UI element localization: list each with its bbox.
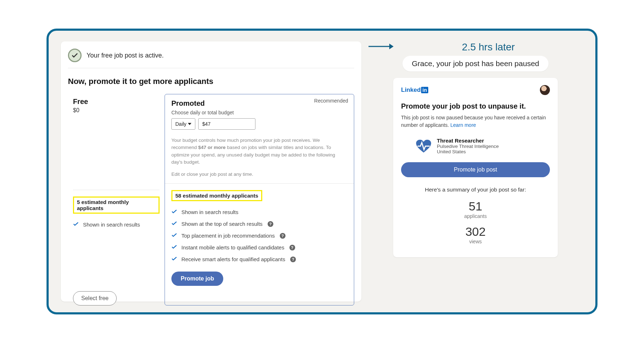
avatar bbox=[540, 85, 550, 95]
job-company: Pulsedive Threat Intelligence bbox=[437, 144, 499, 149]
card-body: This job post is now paused because you … bbox=[401, 114, 550, 129]
job-info: Threat Researcher Pulsedive Threat Intel… bbox=[437, 138, 499, 154]
job-row: Threat Researcher Pulsedive Threat Intel… bbox=[415, 138, 550, 154]
budget-mode-value: Daily bbox=[175, 121, 186, 127]
right-column: 2.5 hrs later Grace, your job post has b… bbox=[368, 41, 583, 302]
linkedin-logo: Linkedin bbox=[401, 86, 428, 94]
card-header: Linkedin bbox=[401, 85, 550, 95]
feature-item: Shown in search results bbox=[171, 206, 347, 218]
feature-text: Shown in search results bbox=[83, 222, 140, 228]
arrow-right-icon bbox=[368, 43, 394, 51]
feature-text: Instant mobile alerts to qualified candi… bbox=[181, 244, 284, 250]
check-icon bbox=[171, 244, 177, 250]
status-row: Your free job post is active. bbox=[68, 49, 354, 68]
promote-job-post-button[interactable]: Promote job post bbox=[401, 162, 550, 177]
linkedin-in-icon: in bbox=[421, 87, 428, 93]
heart-pulse-icon bbox=[415, 139, 432, 153]
promote-job-button[interactable]: Promote job bbox=[171, 272, 223, 286]
email-card: Linkedin Promote your job post to unpaus… bbox=[393, 78, 558, 257]
budget-mode-select[interactable]: Daily bbox=[171, 118, 195, 130]
feature-item: Shown at the top of search results ? bbox=[171, 218, 347, 230]
feature-item: Instant mobile alerts to qualified candi… bbox=[171, 242, 347, 253]
time-later-text: 2.5 hrs later bbox=[394, 41, 583, 53]
job-post-card: Your free job post is active. Now, promo… bbox=[61, 41, 361, 302]
free-feature-list: Shown in search results bbox=[73, 219, 160, 230]
promote-heading: Now, promote it to get more applicants bbox=[68, 77, 354, 86]
check-icon bbox=[171, 256, 177, 262]
help-icon[interactable]: ? bbox=[290, 257, 296, 262]
feature-item: Top placement in job recommendations ? bbox=[171, 230, 347, 242]
chevron-down-icon bbox=[188, 123, 191, 125]
svg-marker-0 bbox=[188, 123, 191, 125]
free-title: Free bbox=[73, 98, 160, 106]
plan-free-column: Free $0 5 estimated monthly applicants S… bbox=[68, 94, 165, 305]
recommended-label: Recommended bbox=[314, 98, 348, 104]
feature-text: Shown in search results bbox=[181, 209, 238, 215]
budget-amount-input[interactable] bbox=[198, 118, 255, 130]
summary-title: Here's a summary of your job post so far… bbox=[401, 187, 550, 193]
status-text: Your free job post is active. bbox=[87, 52, 164, 59]
feature-text: Shown at the top of search results bbox=[181, 221, 263, 227]
free-price: $0 bbox=[73, 107, 160, 114]
learn-more-link[interactable]: Learn more bbox=[450, 122, 476, 128]
feature-item: Shown in search results bbox=[73, 219, 160, 230]
applicants-label: applicants bbox=[401, 213, 550, 219]
job-title: Threat Researcher bbox=[437, 138, 499, 144]
applicants-count: 51 bbox=[401, 199, 550, 213]
paused-message: Grace, your job post has been paused bbox=[402, 56, 548, 71]
views-count: 302 bbox=[401, 225, 550, 239]
free-estimate-row: 5 estimated monthly applicants Shown in … bbox=[73, 190, 160, 305]
plan-promoted-column: Recommended Promoted Choose daily or tot… bbox=[165, 94, 354, 305]
promoted-feature-list: Shown in search results Shown at the top… bbox=[171, 206, 347, 265]
stat-applicants: 51 applicants bbox=[401, 199, 550, 219]
check-icon bbox=[171, 209, 177, 215]
svg-marker-2 bbox=[389, 44, 394, 49]
arrow-header: 2.5 hrs later bbox=[368, 41, 583, 53]
free-estimate: 5 estimated monthly applicants bbox=[73, 197, 160, 214]
help-icon[interactable]: ? bbox=[280, 233, 286, 239]
promoted-estimate: 58 estimated monthly applicants bbox=[171, 190, 262, 201]
check-circle-icon bbox=[68, 49, 82, 62]
card-title: Promote your job post to unpause it. bbox=[401, 102, 550, 110]
comparison-frame: Your free job post is active. Now, promo… bbox=[47, 29, 597, 314]
select-free-button[interactable]: Select free bbox=[73, 291, 117, 305]
plan-comparison: Free $0 5 estimated monthly applicants S… bbox=[68, 94, 354, 305]
edit-close-text: Edit or close your job post at any time. bbox=[171, 172, 347, 177]
check-icon bbox=[171, 221, 177, 227]
budget-controls: Daily bbox=[171, 118, 347, 130]
budget-description: Your budget controls how much promotion … bbox=[171, 137, 340, 166]
help-icon[interactable]: ? bbox=[268, 221, 273, 227]
views-label: views bbox=[401, 239, 550, 244]
promoted-estimate-row: 58 estimated monthly applicants Shown in… bbox=[165, 183, 354, 286]
stat-views: 302 views bbox=[401, 225, 550, 244]
job-location: United States bbox=[437, 149, 499, 154]
help-icon[interactable]: ? bbox=[289, 245, 295, 250]
check-icon bbox=[171, 233, 177, 239]
check-icon bbox=[73, 222, 79, 228]
feature-item: Receive smart alerts for qualified appli… bbox=[171, 253, 347, 265]
budget-label: Choose daily or total budget bbox=[171, 110, 347, 115]
feature-text: Top placement in job recommendations bbox=[181, 233, 275, 239]
feature-text: Receive smart alerts for qualified appli… bbox=[181, 256, 285, 262]
